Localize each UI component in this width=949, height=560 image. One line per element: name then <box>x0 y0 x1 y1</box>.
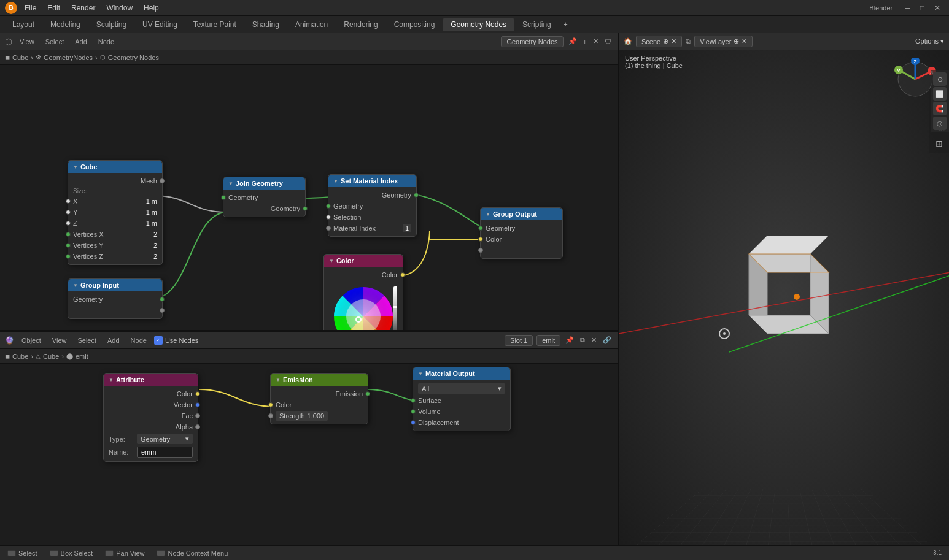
smi-geo-socket[interactable] <box>326 204 331 209</box>
view-menu[interactable]: View <box>16 37 38 47</box>
breadcrumb-cube[interactable]: Cube <box>12 54 28 61</box>
menu-render[interactable]: Render <box>68 2 99 13</box>
options-button[interactable]: Options ▾ <box>915 37 944 45</box>
attr-alpha-socket[interactable] <box>195 424 200 429</box>
node-editor-bottom-canvas[interactable]: ▼ Attribute Color Vector Fac <box>0 364 618 560</box>
bottom-bc-emit[interactable]: emit <box>76 353 88 360</box>
node-menu-bottom[interactable]: Node <box>127 336 150 345</box>
fake-user-icon[interactable]: 🛡 <box>603 37 613 47</box>
mat-out-dropdown[interactable]: All ▾ <box>418 383 505 394</box>
mat-displacement-socket[interactable] <box>411 420 416 425</box>
cube-mesh-socket[interactable] <box>160 178 165 183</box>
maximize-button[interactable]: □ <box>916 2 928 13</box>
tab-rendering[interactable]: Rendering <box>336 18 385 31</box>
emission-strength-field[interactable]: Strength 1.000 <box>276 411 328 421</box>
bottom-bc-cube2[interactable]: Cube <box>43 353 59 360</box>
tab-modeling[interactable]: Modeling <box>43 18 88 31</box>
slot-selector[interactable]: Slot 1 <box>505 335 533 346</box>
cube-y-socket[interactable] <box>66 210 71 215</box>
object-menu[interactable]: Object <box>18 336 45 345</box>
tab-sculpting[interactable]: Sculpting <box>89 18 134 31</box>
group-input-node[interactable]: ▼ Group Input Geometry <box>68 278 163 319</box>
pin-icon-bottom[interactable]: 📌 <box>564 335 575 345</box>
minimize-button[interactable]: ─ <box>901 2 914 13</box>
tab-layout[interactable]: Layout <box>5 18 42 31</box>
copy-material-button[interactable]: ⧉ <box>579 335 586 345</box>
proportional-icon[interactable]: ◎ <box>933 117 947 130</box>
attr-fac-socket[interactable] <box>195 413 200 418</box>
cube-vz-socket[interactable] <box>66 254 71 259</box>
cube-vy-socket[interactable] <box>66 243 71 248</box>
use-nodes-toggle[interactable]: ✓ Use Nodes <box>154 336 198 345</box>
menu-help[interactable]: Help <box>140 2 163 13</box>
material-output-node[interactable]: ▼ Material Output All ▾ Surface <box>413 367 511 431</box>
tab-texture-paint[interactable]: Texture Paint <box>186 18 244 31</box>
group-output-node[interactable]: ▼ Group Output Geometry Color <box>480 207 563 259</box>
attr-color-socket[interactable] <box>195 391 200 396</box>
view-menu-bottom[interactable]: View <box>48 336 71 345</box>
cube-z-socket[interactable] <box>66 221 71 226</box>
smi-out-socket[interactable] <box>414 193 419 198</box>
group-input-geometry-socket[interactable] <box>160 297 165 302</box>
go-geo-socket[interactable] <box>478 226 483 231</box>
emission-collapse-icon[interactable]: ▼ <box>276 377 281 383</box>
cube-x-socket[interactable] <box>66 199 71 204</box>
node-tree-selector[interactable]: Geometry Nodes <box>501 36 563 47</box>
attribute-collapse-icon[interactable]: ▼ <box>109 377 114 383</box>
breadcrumb-geometry-nodes[interactable]: Geometry Nodes <box>108 54 159 61</box>
join-geometry-in-socket[interactable] <box>221 195 226 200</box>
menu-file[interactable]: File <box>21 2 40 13</box>
attr-type-value[interactable]: Geometry ▾ <box>137 434 193 444</box>
new-node-tree-button[interactable]: + <box>582 37 588 47</box>
material-selector[interactable]: emit <box>536 335 560 346</box>
close-button[interactable]: ✕ <box>931 2 944 13</box>
view-layer-selector[interactable]: ViewLayer ⊕ ✕ <box>694 36 753 47</box>
menu-window[interactable]: Window <box>103 2 136 13</box>
select-menu-bottom[interactable]: Select <box>74 336 100 345</box>
color-node[interactable]: ▼ Color Color <box>323 254 403 332</box>
tab-shading[interactable]: Shading <box>245 18 287 31</box>
select-menu[interactable]: Select <box>42 37 68 47</box>
node-menu[interactable]: Node <box>95 37 118 47</box>
add-menu[interactable]: Add <box>71 37 91 47</box>
menu-edit[interactable]: Edit <box>44 2 64 13</box>
color-collapse-icon[interactable]: ▼ <box>329 258 334 264</box>
set-material-index-collapse-icon[interactable]: ▼ <box>333 178 338 184</box>
breadcrumb-geometry-nodes-modifier[interactable]: GeometryNodes <box>44 54 93 61</box>
group-output-collapse-icon[interactable]: ▼ <box>486 212 490 217</box>
link-icon[interactable]: 🔗 <box>602 335 613 345</box>
group-input-empty-socket[interactable] <box>160 308 165 313</box>
tab-compositing[interactable]: Compositing <box>387 18 443 31</box>
use-nodes-checkbox[interactable]: ✓ <box>154 336 163 345</box>
smi-mat-socket[interactable] <box>326 226 331 231</box>
join-geometry-collapse-icon[interactable]: ▼ <box>228 181 233 186</box>
attr-name-input[interactable]: emm <box>137 447 193 458</box>
delete-material-button[interactable]: ✕ <box>590 335 598 345</box>
add-menu-bottom[interactable]: Add <box>104 336 123 345</box>
mat-volume-socket[interactable] <box>411 409 416 414</box>
snap-icon[interactable]: 🧲 <box>933 102 947 115</box>
bottom-bc-cube[interactable]: Cube <box>12 353 28 360</box>
cube-node[interactable]: ▼ Cube Mesh Size: X 1 m <box>68 160 163 265</box>
viewport-3d[interactable]: User Perspective (1) the thing | Cube X … <box>619 33 949 560</box>
cube-collapse-icon[interactable]: ▼ <box>73 164 78 170</box>
tab-uv-editing[interactable]: UV Editing <box>135 18 185 31</box>
go-empty-socket[interactable] <box>478 248 483 253</box>
attr-vector-socket[interactable] <box>195 402 200 407</box>
xray-icon[interactable]: ⬜ <box>933 87 947 101</box>
tab-animation[interactable]: Animation <box>288 18 335 31</box>
color-wheel[interactable] <box>330 283 397 332</box>
go-color-socket[interactable] <box>478 237 483 242</box>
attribute-node[interactable]: ▼ Attribute Color Vector Fac <box>103 373 198 462</box>
tab-geometry-nodes[interactable]: Geometry Nodes <box>443 18 514 31</box>
grid-icon[interactable]: ⊞ <box>932 136 947 151</box>
join-geometry-out-socket[interactable] <box>303 206 308 211</box>
group-input-collapse-icon[interactable]: ▼ <box>73 283 78 288</box>
add-workspace-button[interactable]: + <box>560 19 571 30</box>
emission-node[interactable]: ▼ Emission Emission Color <box>270 373 368 424</box>
scene-selector[interactable]: Scene ⊕ ✕ <box>636 36 682 47</box>
smi-sel-socket[interactable] <box>326 215 331 220</box>
join-geometry-node[interactable]: ▼ Join Geometry Geometry Geometry <box>223 177 306 217</box>
set-material-index-node[interactable]: ▼ Set Material Index Geometry Geometry <box>328 174 417 237</box>
delete-node-tree-button[interactable]: ✕ <box>592 36 600 47</box>
